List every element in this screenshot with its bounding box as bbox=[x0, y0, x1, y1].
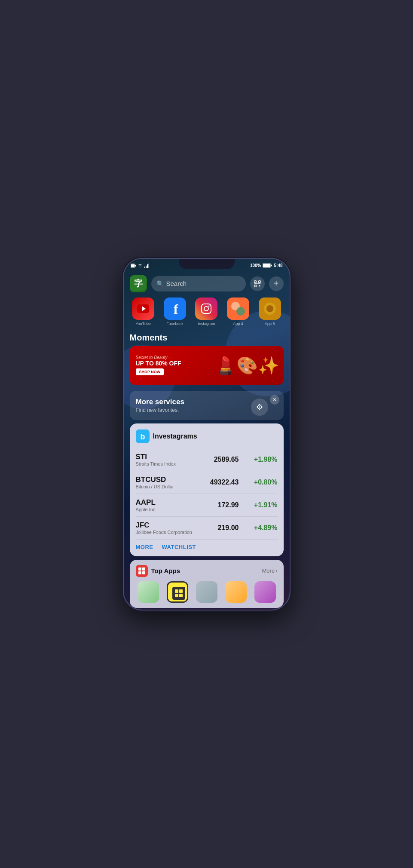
top-apps-more-label: More bbox=[262, 567, 275, 574]
more-services-dismiss[interactable]: ✕ bbox=[270, 395, 279, 405]
status-left-icons bbox=[131, 263, 149, 268]
top-apps-left: Top Apps bbox=[136, 565, 180, 577]
svg-rect-9 bbox=[271, 265, 272, 267]
app-icon-youtube[interactable]: YouTube bbox=[130, 298, 157, 326]
stock-btcusd-left: BTCUSD Bitcoin / US Dollar bbox=[136, 475, 210, 489]
chevron-right-icon: › bbox=[275, 567, 277, 574]
stock-jfc-name: Jollibee Foods Corporation bbox=[136, 530, 218, 535]
stock-aapl-change: +1.91% bbox=[248, 501, 278, 509]
main-content: 字 🔍 Search bbox=[124, 271, 290, 610]
services-decoration-icon: ⚙ bbox=[251, 399, 268, 416]
svg-rect-4 bbox=[146, 266, 147, 268]
banner-text: Secret to Beauty · UP TO 80% OFF SHOP NO… bbox=[136, 355, 181, 375]
apps-dots-grid bbox=[137, 566, 147, 576]
search-placeholder: Search bbox=[166, 280, 187, 287]
svg-rect-1 bbox=[131, 264, 135, 267]
widget-watchlist-button[interactable]: WATCHLIST bbox=[162, 544, 196, 550]
app-icon-facebook[interactable]: f Facebook bbox=[161, 298, 189, 326]
phone-frame: 100% 5:48 字 bbox=[123, 258, 291, 610]
stock-jfc-ticker: JFC bbox=[136, 521, 218, 530]
widget-more-button[interactable]: MORE bbox=[136, 544, 153, 550]
stock-jfc-change: +4.89% bbox=[248, 524, 278, 532]
stock-btcusd-change: +0.80% bbox=[248, 478, 278, 486]
stock-sti-name: Straits Times Index bbox=[136, 461, 214, 466]
dot-3 bbox=[138, 571, 141, 574]
top-app-2-logo bbox=[168, 583, 188, 603]
svg-rect-33 bbox=[172, 587, 185, 600]
svg-rect-3 bbox=[144, 267, 145, 268]
battery-icon bbox=[263, 263, 272, 268]
top-apps-grid bbox=[136, 581, 278, 603]
add-button[interactable]: + bbox=[269, 276, 284, 291]
stock-btcusd-name: Bitcoin / US Dollar bbox=[136, 484, 210, 489]
stock-row-btcusd[interactable]: BTCUSD Bitcoin / US Dollar 49322.43 +0.8… bbox=[136, 471, 278, 494]
svg-rect-34 bbox=[175, 589, 178, 593]
app-logo-text: 字 bbox=[131, 275, 146, 292]
battery-percent: 100% bbox=[250, 263, 261, 268]
youtube-label: YouTube bbox=[132, 322, 154, 326]
scan-icon bbox=[254, 280, 261, 288]
dot-1 bbox=[138, 567, 141, 570]
top-apps-title: Top Apps bbox=[151, 567, 180, 574]
facebook-label: Facebook bbox=[164, 322, 186, 326]
widget-footer: MORE WATCHLIST bbox=[136, 544, 278, 550]
investagrams-widget: b Investagrams STI Straits Times Index 2… bbox=[130, 423, 284, 556]
app5-logo bbox=[259, 298, 281, 320]
battery-icon-small bbox=[131, 263, 136, 268]
status-time: 5:48 bbox=[274, 263, 282, 268]
scan-button[interactable] bbox=[250, 276, 265, 291]
top-app-5[interactable] bbox=[253, 581, 278, 603]
svg-point-23 bbox=[208, 305, 210, 307]
stock-row-aapl[interactable]: AAPL Apple Inc 172.99 +1.91% bbox=[136, 494, 278, 517]
stock-aapl-price: 172.99 bbox=[218, 501, 239, 509]
app4-label: App 4 bbox=[227, 322, 249, 326]
svg-rect-12 bbox=[254, 280, 256, 282]
banner-discount-text: UP TO 80% OFF bbox=[136, 360, 181, 367]
wifi-icon bbox=[138, 264, 143, 268]
stock-jfc-left: JFC Jollibee Foods Corporation bbox=[136, 521, 218, 535]
stock-aapl-name: Apple Inc bbox=[136, 507, 218, 512]
top-app-3[interactable] bbox=[194, 581, 219, 603]
top-app-2[interactable] bbox=[165, 581, 190, 603]
top-app-1[interactable] bbox=[136, 581, 161, 603]
top-apps-header: Top Apps More › bbox=[136, 565, 278, 577]
app4-icon bbox=[227, 298, 249, 320]
svg-rect-8 bbox=[263, 264, 270, 267]
dot-2 bbox=[142, 567, 145, 570]
svg-rect-16 bbox=[259, 285, 260, 286]
app-logo[interactable]: 字 bbox=[130, 275, 147, 292]
youtube-logo bbox=[137, 304, 149, 313]
app5-label: App 5 bbox=[259, 322, 281, 326]
facebook-logo: f bbox=[164, 298, 186, 320]
svg-rect-13 bbox=[258, 280, 260, 282]
app-icon-instagram[interactable]: Instagram bbox=[193, 298, 220, 326]
banner-decoration: 💄🎨✨ bbox=[215, 355, 279, 375]
stock-btcusd-price: 49322.43 bbox=[210, 478, 239, 486]
stock-sti-change: +1.98% bbox=[248, 456, 278, 463]
top-app-icon-5 bbox=[254, 581, 276, 603]
investagrams-logo: b bbox=[136, 429, 150, 443]
app5-icon bbox=[259, 298, 281, 320]
svg-rect-36 bbox=[175, 594, 178, 597]
top-apps-more-button[interactable]: More › bbox=[262, 567, 278, 574]
stock-row-sti[interactable]: STI Straits Times Index 2589.65 +1.98% bbox=[136, 448, 278, 471]
svg-rect-35 bbox=[179, 589, 183, 593]
logo-svg: 字 bbox=[131, 275, 146, 291]
svg-point-26 bbox=[236, 307, 245, 316]
instagram-icon bbox=[195, 298, 217, 320]
app-icon-4[interactable]: App 4 bbox=[224, 298, 252, 326]
top-app-icon-1 bbox=[138, 581, 159, 603]
add-icon: + bbox=[274, 279, 279, 288]
widget-header: b Investagrams bbox=[136, 429, 278, 443]
banner-shop-button[interactable]: SHOP NOW bbox=[136, 368, 164, 375]
search-bar[interactable]: 🔍 Search bbox=[151, 276, 246, 291]
svg-rect-2 bbox=[135, 265, 136, 267]
top-app-4[interactable] bbox=[223, 581, 248, 603]
stock-sti-price: 2589.65 bbox=[214, 456, 239, 463]
stock-row-jfc[interactable]: JFC Jollibee Foods Corporation 219.00 +4… bbox=[136, 517, 278, 540]
investagrams-logo-svg: b bbox=[136, 429, 150, 443]
app-icon-5[interactable]: App 5 bbox=[256, 298, 284, 326]
moments-banner[interactable]: Secret to Beauty · UP TO 80% OFF SHOP NO… bbox=[130, 346, 284, 385]
phone-screen: 100% 5:48 字 bbox=[124, 259, 290, 610]
moments-title: Moments bbox=[130, 333, 284, 343]
